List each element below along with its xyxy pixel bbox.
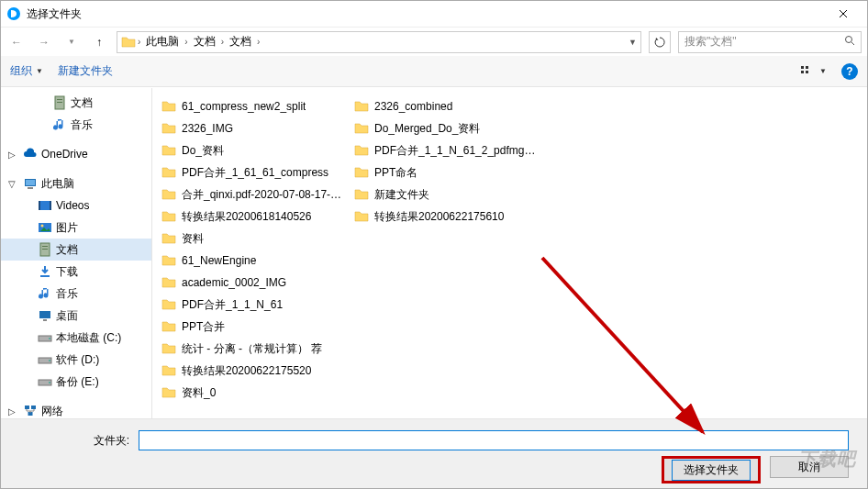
chevron-right-icon: ›: [221, 37, 224, 47]
folder-item[interactable]: 合并_qinxi.pdf-2020-07-08-17-43-...: [156, 183, 349, 206]
video-icon: [38, 198, 52, 213]
tree-item[interactable]: 图片: [1, 217, 151, 239]
breadcrumb-segment[interactable]: 文档: [226, 34, 255, 50]
network-icon: [23, 404, 38, 418]
tree-item-label: 音乐: [56, 286, 78, 302]
folder-icon: [354, 209, 369, 224]
folder-item[interactable]: 新建文件夹: [349, 183, 541, 206]
address-dropdown-icon[interactable]: ▼: [629, 38, 637, 47]
folder-item[interactable]: PDF合并_1_1_N_61_2_pdfmge2_sp...: [349, 139, 541, 161]
tree-item[interactable]: 本地磁盘 (C:): [1, 327, 151, 349]
chevron-down-icon: ▼: [819, 67, 827, 75]
folder-name: 61_compress_new2_split: [182, 100, 306, 113]
folder-item[interactable]: 61_compress_new2_split: [156, 95, 349, 117]
folder-icon: [161, 385, 176, 400]
tree-item[interactable]: 文档: [1, 92, 151, 114]
tree-item[interactable]: 文档: [1, 239, 151, 261]
folder-item[interactable]: 61_NewEngine: [156, 250, 349, 272]
svg-rect-9: [57, 102, 62, 103]
folder-item[interactable]: 转换结果20200618140526: [156, 206, 349, 228]
folder-field-label: 文件夹:: [19, 433, 129, 449]
tree-item[interactable]: ▽此电脑: [1, 172, 151, 194]
folder-icon: [161, 231, 176, 246]
tree-item[interactable]: 音乐: [1, 283, 151, 305]
tree-item[interactable]: 音乐: [1, 114, 151, 136]
tree-item-label: 下载: [56, 264, 78, 280]
folder-icon: [354, 143, 369, 158]
close-button[interactable]: [825, 1, 862, 27]
tree-item[interactable]: 备份 (E:): [1, 371, 151, 393]
folder-icon: [161, 253, 176, 268]
svg-line-2: [851, 42, 854, 45]
tree-item-label: 桌面: [56, 308, 78, 324]
folder-name: 统计 - 分离 -（常规计算） 荐: [182, 341, 322, 357]
file-list[interactable]: 61_compress_new2_split2326_IMGDo_资料PDF合并…: [152, 88, 867, 418]
folder-item[interactable]: 转换结果20200622175610: [349, 206, 541, 228]
address-bar[interactable]: › 此电脑 › 文档 › 文档 › ▼: [117, 31, 641, 53]
expander-icon[interactable]: ▷: [8, 406, 19, 417]
breadcrumb-segment[interactable]: 文档: [190, 34, 219, 50]
tree-item-label: 软件 (D:): [56, 352, 99, 368]
folder-name: 2326_combined: [374, 100, 452, 113]
folder-item[interactable]: 转换结果20200622175520: [156, 360, 349, 382]
organize-menu[interactable]: 组织 ▼: [10, 63, 43, 79]
folder-name: 2326_IMG: [182, 122, 233, 135]
tree-item[interactable]: 软件 (D:): [1, 349, 151, 371]
tree-item-label: 本地磁盘 (C:): [56, 330, 121, 346]
folder-icon: [354, 121, 369, 136]
tree-item-label: 文档: [71, 95, 93, 111]
folder-name: 合并_qinxi.pdf-2020-07-08-17-43-...: [182, 187, 343, 203]
nav-recent-dropdown[interactable]: ▼: [61, 32, 82, 52]
tree-item[interactable]: Videos: [1, 194, 151, 217]
svg-rect-15: [50, 201, 51, 210]
folder-item[interactable]: PPT合并: [156, 316, 349, 338]
tree-item-label: 文档: [56, 242, 78, 258]
svg-rect-20: [42, 249, 48, 250]
folder-item[interactable]: Do_Merged_Do_资料: [349, 117, 541, 139]
folder-item[interactable]: PDF合并_1_61_61_compress: [156, 161, 349, 183]
nav-forward-button: →: [34, 32, 54, 52]
chevron-down-icon: ▼: [36, 67, 43, 75]
svg-rect-13: [39, 201, 51, 210]
breadcrumb-segment[interactable]: 此电脑: [142, 34, 183, 50]
folder-item[interactable]: PPT命名: [349, 161, 541, 183]
folder-icon: [161, 275, 176, 290]
search-input[interactable]: 搜索"文档": [678, 31, 862, 53]
folder-item[interactable]: Do_资料: [156, 139, 349, 161]
app-logo-icon: [6, 6, 21, 21]
doc-icon: [52, 95, 67, 110]
chevron-right-icon: ›: [257, 37, 260, 47]
expander-icon[interactable]: ▽: [8, 179, 19, 189]
nav-back-button[interactable]: ←: [6, 32, 27, 52]
folder-item[interactable]: 统计 - 分离 -（常规计算） 荐: [156, 338, 349, 360]
help-button[interactable]: ?: [841, 63, 858, 80]
tree-item-label: 图片: [56, 220, 78, 236]
navigation-tree[interactable]: 文档音乐▷OneDrive▽此电脑Videos图片文档下载音乐桌面本地磁盘 (C…: [1, 88, 152, 418]
new-folder-button[interactable]: 新建文件夹: [58, 63, 113, 79]
folder-name: academic_0002_IMG: [182, 276, 286, 289]
svg-point-25: [49, 338, 50, 339]
tree-item[interactable]: 桌面: [1, 305, 151, 327]
tree-item[interactable]: ▷OneDrive: [1, 143, 151, 165]
tree-item-label: 备份 (E:): [56, 374, 99, 390]
svg-rect-21: [40, 275, 50, 277]
folder-name: 资料: [182, 231, 204, 247]
tree-item[interactable]: ▷网络: [1, 400, 151, 418]
folder-item[interactable]: 资料_0: [156, 382, 349, 404]
nav-up-button[interactable]: ↑: [89, 32, 109, 52]
folder-item[interactable]: 资料: [156, 228, 349, 250]
folder-item[interactable]: 2326_IMG: [156, 117, 349, 139]
folder-item[interactable]: PDF合并_1_1_N_61: [156, 294, 349, 316]
expander-icon[interactable]: ▷: [8, 150, 19, 160]
folder-name-input[interactable]: [139, 430, 849, 450]
select-folder-button[interactable]: 选择文件夹: [662, 456, 761, 483]
tree-item[interactable]: 下载: [1, 261, 151, 283]
svg-rect-14: [39, 201, 40, 210]
refresh-button[interactable]: [649, 31, 671, 53]
folder-item[interactable]: 2326_combined: [349, 95, 541, 117]
svg-rect-3: [801, 66, 804, 69]
folder-icon: [161, 121, 176, 136]
view-options-button[interactable]: ▼: [801, 66, 827, 77]
folder-icon: [161, 209, 176, 224]
folder-item[interactable]: academic_0002_IMG: [156, 272, 349, 294]
